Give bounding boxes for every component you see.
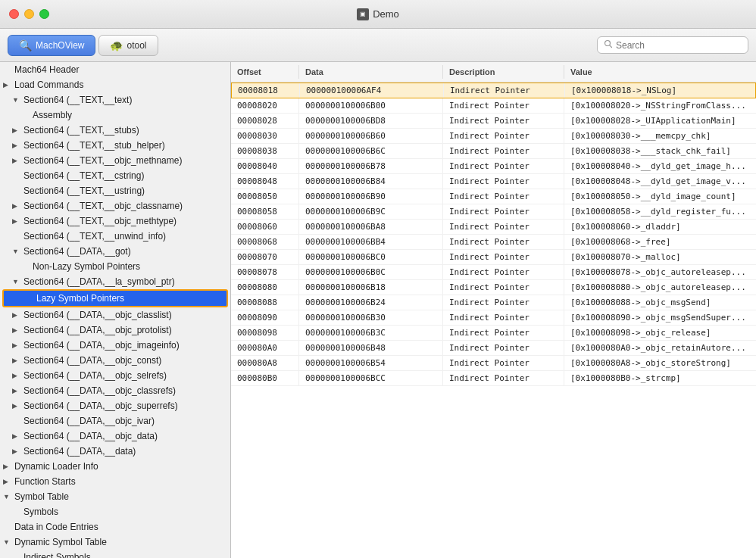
table-row[interactable]: 000080A80000000100006B54Indirect Pointer…	[231, 356, 756, 371]
table-row[interactable]: 000080B00000000100006BCCIndirect Pointer…	[231, 371, 756, 386]
table-cell-offset: 00008020	[231, 98, 299, 113]
table-cell-offset: 00008090	[231, 310, 299, 325]
sidebar-item-section64-text-objc-classname[interactable]: ▶Section64 (__TEXT,__objc_classname)	[0, 198, 230, 214]
search-box[interactable]	[597, 36, 748, 54]
expand-icon: ▶	[12, 154, 21, 167]
sidebar-item-function-starts[interactable]: ▶Function Starts	[0, 474, 230, 489]
sidebar-item-assembly[interactable]: Assembly	[0, 108, 230, 123]
table-cell-value: [0x1000080B0->_strcmp]	[564, 371, 756, 385]
sidebar-item-section64-text-unwind-info[interactable]: Section64 (__TEXT,__unwind_info)	[0, 229, 230, 244]
sidebar-item-section64-data-data[interactable]: ▶Section64 (__DATA,__data)	[0, 444, 230, 459]
table-row[interactable]: 000080780000000100006B0CIndirect Pointer…	[231, 265, 756, 280]
table-row[interactable]: 000080500000000100006B90Indirect Pointer…	[231, 189, 756, 204]
table-row[interactable]: 000080280000000100006BD8Indirect Pointer…	[231, 114, 756, 129]
close-button[interactable]	[9, 9, 19, 19]
sidebar-item-section64-text-objc-methname[interactable]: ▶Section64 (__TEXT,__objc_methname)	[0, 153, 230, 168]
sidebar-item-section64-text-stubs[interactable]: ▶Section64 (__TEXT,__stubs)	[0, 123, 230, 138]
table-cell-offset: 000080A8	[231, 356, 299, 370]
sidebar-item-symbol-table[interactable]: ▼Symbol Table	[0, 489, 230, 504]
table-row[interactable]: 000080800000000100006B18Indirect Pointer…	[231, 280, 756, 295]
expand-icon: ▶	[12, 399, 21, 413]
sidebar-item-section64-text-text[interactable]: ▼Section64 (__TEXT,__text)	[0, 92, 230, 108]
table-cell-description: Indirect Pointer	[443, 144, 564, 158]
table-cell-description: Indirect Pointer	[443, 174, 564, 189]
table-cell-offset: 00008080	[231, 280, 299, 295]
table-cell-description: Indirect Pointer	[443, 189, 564, 204]
search-icon	[604, 39, 613, 51]
sidebar-item-section64-data-objc-protolist[interactable]: ▶Section64 (__DATA,__objc_protolist)	[0, 323, 230, 338]
expand-icon: ▶	[12, 338, 21, 352]
table-cell-data: 0000000100006BC0	[299, 250, 443, 264]
sidebar-item-label: Section64 (__TEXT,__unwind_info)	[23, 229, 166, 243]
sidebar-item-label: Section64 (__DATA,__got)	[23, 245, 131, 258]
table-row[interactable]: 000080700000000100006BC0Indirect Pointer…	[231, 250, 756, 265]
search-input[interactable]	[616, 40, 742, 51]
table-row[interactable]: 000080480000000100006B84Indirect Pointer…	[231, 174, 756, 189]
sidebar-item-label: Section64 (__DATA,__objc_classrefs)	[23, 384, 176, 397]
sidebar-item-non-lazy-symbol-pointers[interactable]: Non-Lazy Symbol Pointers	[0, 259, 230, 274]
content-area: Offset Data Description Value 0000801800…	[231, 62, 756, 558]
expand-icon: ▶	[12, 369, 21, 382]
sidebar-item-label: Symbol Table	[14, 490, 69, 503]
sidebar-item-load-commands[interactable]: ▶Load Commands	[0, 77, 230, 92]
table-row[interactable]: 000080580000000100006B9CIndirect Pointer…	[231, 204, 756, 220]
machoview-button[interactable]: 🔍 MachOView	[8, 35, 95, 56]
collapse-icon: ▼	[3, 535, 12, 549]
sidebar-item-label: Dynamic Symbol Table	[14, 535, 107, 549]
sidebar-item-section64-data-objc-classrefs[interactable]: ▶Section64 (__DATA,__objc_classrefs)	[0, 383, 230, 398]
table-body[interactable]: 00008018000000100006AF4Indirect Pointer[…	[231, 83, 756, 558]
sidebar-item-section64-data-got[interactable]: ▼Section64 (__DATA,__got)	[0, 244, 230, 259]
table-cell-data: 0000000100006B3C	[299, 326, 443, 340]
sidebar-item-data-in-code-entries[interactable]: Data in Code Entries	[0, 519, 230, 535]
table-cell-data: 0000000100006BA8	[299, 220, 443, 234]
sidebar-item-section64-text-stub-helper[interactable]: ▶Section64 (__TEXT,__stub_helper)	[0, 138, 230, 153]
sidebar-item-section64-data-la-symbol-ptr[interactable]: ▼Section64 (__DATA,__la_symbol_ptr)	[0, 274, 230, 289]
table-row[interactable]: 000080880000000100006B24Indirect Pointer…	[231, 295, 756, 310]
table-cell-description: Indirect Pointer	[443, 310, 564, 325]
minimize-button[interactable]	[24, 9, 34, 19]
sidebar-item-dynamic-loader-info[interactable]: ▶Dynamic Loader Info	[0, 459, 230, 474]
sidebar-item-mach64-header[interactable]: Mach64 Header	[0, 62, 230, 77]
sidebar-item-symbols[interactable]: Symbols	[0, 504, 230, 519]
table-row[interactable]: 000080980000000100006B3CIndirect Pointer…	[231, 326, 756, 341]
sidebar-item-section64-data-objc-selrefs[interactable]: ▶Section64 (__DATA,__objc_selrefs)	[0, 368, 230, 383]
sidebar-item-label: Section64 (__TEXT,__objc_methtype)	[23, 214, 177, 228]
otool-button[interactable]: 🐢 otool	[98, 35, 158, 56]
table-row[interactable]: 000080300000000100006B60Indirect Pointer…	[231, 129, 756, 144]
table-cell-description: Indirect Pointer	[443, 356, 564, 370]
sidebar-item-label: Mach64 Header	[14, 63, 79, 76]
collapse-icon: ▼	[12, 275, 21, 288]
table-row[interactable]: 000080200000000100006B00Indirect Pointer…	[231, 98, 756, 114]
window-title: ▣ Demo	[357, 8, 399, 20]
sidebar-item-section64-data-objc-data[interactable]: ▶Section64 (__DATA,__objc_data)	[0, 429, 230, 444]
table-row[interactable]: 000080900000000100006B30Indirect Pointer…	[231, 310, 756, 326]
table-row[interactable]: 000080400000000100006B78Indirect Pointer…	[231, 159, 756, 174]
maximize-button[interactable]	[39, 9, 49, 19]
table-row[interactable]: 000080600000000100006BA8Indirect Pointer…	[231, 220, 756, 235]
table-cell-offset: 00008098	[231, 326, 299, 340]
table-row[interactable]: 00008018000000100006AF4Indirect Pointer[…	[231, 83, 756, 98]
table-cell-offset: 00008088	[231, 295, 299, 310]
sidebar-item-section64-text-objc-methtype[interactable]: ▶Section64 (__TEXT,__objc_methtype)	[0, 214, 230, 229]
sidebar-item-section64-data-objc-superrefs[interactable]: ▶Section64 (__DATA,__objc_superrefs)	[0, 398, 230, 413]
sidebar-item-dynamic-symbol-table[interactable]: ▼Dynamic Symbol Table	[0, 535, 230, 550]
sidebar-item-section64-data-objc-imageinfo[interactable]: ▶Section64 (__DATA,__objc_imageinfo)	[0, 338, 230, 353]
table-cell-offset: 00008058	[231, 204, 299, 219]
sidebar-item-section64-data-objc-ivar[interactable]: Section64 (__DATA,__objc_ivar)	[0, 413, 230, 429]
table-cell-description: Indirect Pointer	[443, 114, 564, 128]
sidebar-item-section64-text-cstring[interactable]: Section64 (__TEXT,__cstring)	[0, 168, 230, 183]
sidebar-item-label: Section64 (__TEXT,__objc_methname)	[23, 154, 182, 167]
sidebar-item-section64-text-ustring[interactable]: Section64 (__TEXT,__ustring)	[0, 183, 230, 198]
table-cell-value: [0x100008070->_malloc]	[564, 250, 756, 264]
sidebar-item-section64-data-objc-const[interactable]: ▶Section64 (__DATA,__objc_const)	[0, 353, 230, 368]
titlebar: ▣ Demo	[0, 0, 756, 29]
sidebar-item-label: Section64 (__DATA,__objc_imageinfo)	[23, 338, 180, 352]
table-row[interactable]: 000080380000000100006B6CIndirect Pointer…	[231, 144, 756, 159]
sidebar-item-indirect-symbols[interactable]: Indirect Symbols	[0, 550, 230, 558]
table-row[interactable]: 000080680000000100006BB4Indirect Pointer…	[231, 235, 756, 250]
sidebar-item-lazy-symbol-pointers[interactable]: Lazy Symbol Pointers	[2, 289, 228, 307]
table-cell-data: 0000000100006B0C	[299, 265, 443, 279]
table-row[interactable]: 000080A00000000100006B48Indirect Pointer…	[231, 341, 756, 356]
sidebar-item-label: Data in Code Entries	[14, 520, 98, 534]
sidebar-item-section64-data-objc-classlist[interactable]: ▶Section64 (__DATA,__objc_classlist)	[0, 307, 230, 323]
